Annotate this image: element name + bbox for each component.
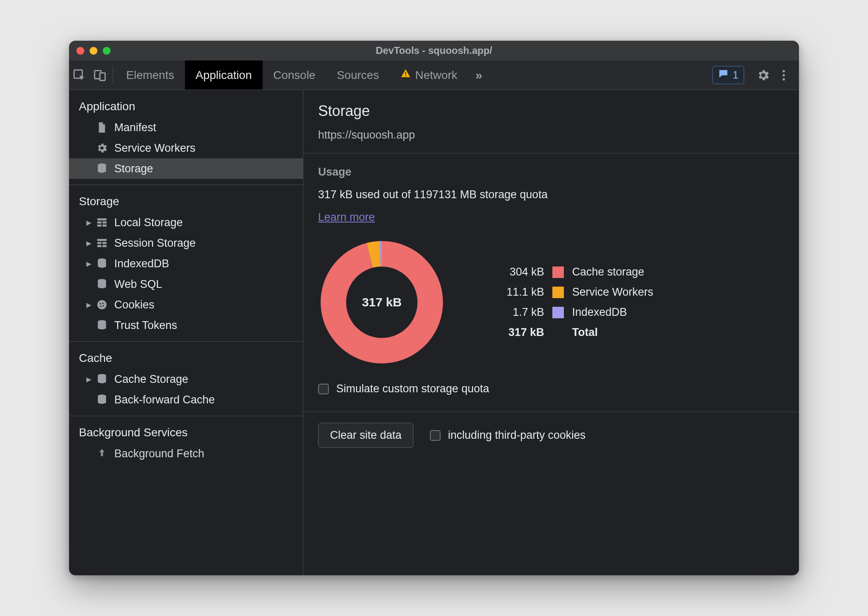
legend-label: IndexedDB: [572, 306, 653, 319]
simulate-quota-checkbox[interactable]: [318, 384, 329, 394]
warning-icon: [400, 68, 411, 82]
svg-rect-4: [405, 75, 406, 76]
third-party-cookies-checkbox[interactable]: [430, 430, 441, 441]
document-icon: [95, 121, 108, 134]
main-tabs: Elements Application Console Sources Net…: [69, 60, 799, 90]
chevron-right-icon: [85, 239, 93, 247]
sidebar-item-label: Storage: [114, 162, 153, 175]
chevron-right-icon: [85, 260, 93, 268]
chat-icon: [718, 68, 729, 82]
sidebar-item-label: Cache Storage: [114, 373, 188, 386]
main-panel: Storage https://squoosh.app Usage 317 kB…: [303, 90, 799, 575]
sidebar-item-label: Trust Tokens: [114, 319, 177, 332]
maximize-window-button[interactable]: [103, 47, 111, 55]
svg-point-14: [100, 306, 102, 307]
tab-elements[interactable]: Elements: [115, 60, 185, 90]
sidebar-item-storage[interactable]: Storage: [69, 158, 303, 179]
sidebar-item-session-storage[interactable]: Session Storage: [69, 233, 303, 253]
minimize-window-button[interactable]: [90, 47, 97, 55]
sidebar-item-cookies[interactable]: Cookies: [69, 294, 303, 315]
chevron-right-double-icon: »: [476, 68, 482, 82]
sidebar-group-application: Application Manifest Service Workers: [69, 90, 303, 185]
database-icon: [95, 162, 108, 175]
more-tabs-button[interactable]: »: [468, 60, 490, 90]
cookie-icon: [95, 298, 108, 311]
clear-row: Clear site data including third-party co…: [303, 412, 799, 459]
legend-total-label: Total: [572, 326, 653, 339]
upload-icon: [95, 447, 108, 460]
sidebar-item-trust-tokens[interactable]: Trust Tokens: [69, 315, 303, 336]
tab-console[interactable]: Console: [263, 60, 326, 90]
sidebar-item-label: Session Storage: [114, 237, 196, 250]
usage-legend: 304 kB Cache storage 11.1 kB Service Wor…: [495, 266, 653, 339]
sidebar-item-cache-storage[interactable]: Cache Storage: [69, 369, 303, 389]
sidebar-group-title: Storage: [69, 191, 303, 212]
third-party-cookies-label: including third-party cookies: [448, 429, 586, 442]
table-icon: [95, 216, 108, 229]
usage-heading: Usage: [318, 166, 784, 178]
tab-divider: [113, 66, 113, 84]
svg-rect-3: [405, 72, 406, 75]
main-header: Storage https://squoosh.app: [303, 90, 799, 153]
database-icon: [95, 373, 108, 386]
settings-button[interactable]: [753, 68, 773, 82]
legend-swatch-cache: [552, 266, 564, 278]
legend-label: Service Workers: [572, 286, 653, 299]
sidebar-item-label: Service Workers: [114, 142, 196, 155]
toolbar-right: 1: [712, 60, 799, 90]
chart-row: 317 kB 304 kB Cache storage 11.1 kB Serv…: [318, 239, 784, 366]
chevron-right-icon: [85, 301, 93, 309]
sidebar-group-background: Background Services Background Fetch: [69, 416, 303, 470]
origin-url: https://squoosh.app: [318, 129, 784, 141]
kebab-menu-button[interactable]: [773, 68, 794, 82]
sidebar-group-storage: Storage Local Storage Session Storage In…: [69, 185, 303, 342]
content: Application Manifest Service Workers: [69, 90, 799, 575]
usage-donut-chart: 317 kB: [318, 239, 446, 366]
legend-size: 11.1 kB: [495, 286, 544, 299]
learn-more-link[interactable]: Learn more: [318, 211, 375, 224]
sidebar-item-background-fetch[interactable]: Background Fetch: [69, 443, 303, 464]
tab-network[interactable]: Network: [390, 60, 468, 90]
legend-size: 1.7 kB: [495, 306, 544, 319]
window-controls: [76, 47, 111, 55]
donut-center-label: 317 kB: [318, 239, 446, 366]
sidebar-item-label: IndexedDB: [114, 257, 169, 270]
tab-sources[interactable]: Sources: [326, 60, 390, 90]
third-party-cookies-option: including third-party cookies: [430, 429, 586, 442]
database-icon: [95, 319, 108, 332]
table-icon: [95, 236, 108, 250]
legend-total-size: 317 kB: [495, 326, 544, 339]
sidebar-item-label: Manifest: [114, 121, 156, 134]
sidebar-item-local-storage[interactable]: Local Storage: [69, 212, 303, 233]
database-icon: [95, 393, 108, 406]
sidebar-group-cache: Cache Cache Storage Back-forward Cache: [69, 342, 303, 416]
chevron-right-icon: [85, 219, 93, 227]
sidebar-item-web-sql[interactable]: Web SQL: [69, 274, 303, 294]
sidebar-item-label: Local Storage: [114, 216, 183, 229]
svg-point-13: [102, 303, 104, 304]
svg-point-7: [783, 78, 785, 81]
legend-size: 304 kB: [495, 266, 544, 278]
sidebar: Application Manifest Service Workers: [69, 90, 303, 575]
svg-point-5: [783, 70, 785, 72]
sidebar-group-title: Application: [69, 96, 303, 117]
clear-site-data-button[interactable]: Clear site data: [318, 423, 413, 448]
simulate-quota-row: Simulate custom storage quota: [318, 382, 784, 395]
chevron-right-icon: [85, 375, 93, 383]
window-title: DevTools - squoosh.app/: [69, 45, 799, 56]
database-icon: [95, 257, 108, 270]
inspect-element-button[interactable]: [69, 60, 90, 90]
sidebar-item-indexeddb[interactable]: IndexedDB: [69, 253, 303, 274]
tab-application[interactable]: Application: [185, 60, 263, 90]
sidebar-item-manifest[interactable]: Manifest: [69, 117, 303, 138]
sidebar-group-title: Cache: [69, 347, 303, 369]
devtools-window: DevTools - squoosh.app/ Elements Applica…: [69, 41, 799, 575]
device-toggle-button[interactable]: [90, 60, 110, 90]
sidebar-item-service-workers[interactable]: Service Workers: [69, 138, 303, 158]
sidebar-group-title: Background Services: [69, 422, 303, 443]
usage-section: Usage 317 kB used out of 1197131 MB stor…: [303, 153, 799, 412]
sidebar-item-bf-cache[interactable]: Back-forward Cache: [69, 389, 303, 410]
issues-badge[interactable]: 1: [712, 66, 744, 84]
svg-point-6: [783, 74, 785, 76]
close-window-button[interactable]: [76, 47, 84, 55]
